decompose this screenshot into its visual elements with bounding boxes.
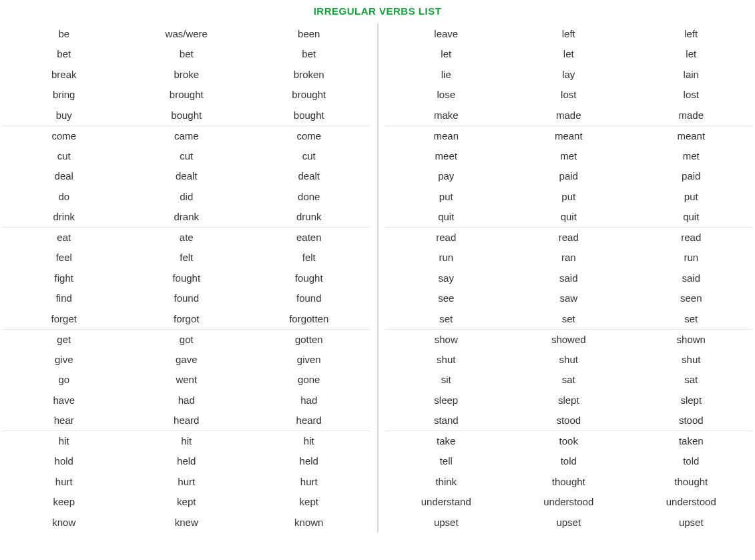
- verb-row: upsetupsetupset: [385, 512, 753, 533]
- verb-row: runranrun: [385, 248, 753, 268]
- verb-row: paypaidpaid: [385, 166, 753, 187]
- verb-past-participle: let: [630, 48, 753, 59]
- verb-row: comecamecome: [3, 125, 370, 146]
- verb-base: hurt: [3, 476, 125, 487]
- verb-base: break: [3, 69, 125, 80]
- verb-past: slept: [507, 394, 630, 406]
- verb-base: forget: [3, 313, 125, 324]
- verb-row: understandunderstoodunderstood: [385, 492, 753, 513]
- verb-base: be: [3, 28, 125, 39]
- verb-past-participle: put: [630, 191, 753, 202]
- verb-past: came: [125, 130, 248, 142]
- verb-past-participle: hurt: [248, 476, 370, 487]
- verb-past-participle: told: [630, 455, 753, 467]
- verb-past: showed: [507, 334, 630, 345]
- verb-past-participle: made: [630, 109, 753, 121]
- verb-base: understand: [385, 496, 508, 507]
- verb-base: keep: [3, 496, 125, 507]
- verb-base: let: [385, 48, 508, 59]
- verb-base: get: [3, 334, 125, 345]
- verb-past: told: [507, 455, 630, 467]
- verb-base: bet: [3, 48, 125, 59]
- verb-past-participle: kept: [248, 496, 370, 507]
- verb-row: meetmetmet: [385, 146, 753, 166]
- verb-base: make: [385, 109, 508, 121]
- verb-past: left: [507, 28, 630, 39]
- verb-row: makemademade: [385, 105, 753, 125]
- verb-past-participle: read: [630, 232, 753, 243]
- verb-row: leaveleftleft: [385, 23, 753, 44]
- verb-past-participle: dealt: [248, 170, 370, 182]
- verb-past-participle: bought: [248, 109, 370, 121]
- verb-base: cut: [3, 150, 125, 162]
- verb-base: hear: [3, 414, 125, 426]
- verb-past-participle: understood: [630, 496, 753, 507]
- verb-past-participle: slept: [630, 394, 753, 406]
- verb-base: show: [385, 334, 508, 345]
- verb-past: found: [125, 292, 248, 304]
- verb-base: hold: [3, 455, 125, 467]
- verb-past: saw: [507, 292, 630, 304]
- verb-row: hurthurthurt: [3, 471, 370, 492]
- verb-past-participle: lain: [630, 69, 753, 80]
- verb-row: givegavegiven: [3, 349, 370, 370]
- verb-past: hurt: [125, 476, 248, 487]
- verb-row: putputput: [385, 186, 753, 207]
- verb-base: drink: [3, 211, 125, 222]
- verb-past-participle: shown: [630, 334, 753, 345]
- verb-past-participle: given: [248, 354, 370, 365]
- verb-past: meant: [507, 130, 630, 142]
- verb-past: lost: [507, 89, 630, 100]
- verb-row: forgetforgotforgotten: [3, 308, 370, 329]
- verb-past: heard: [125, 414, 248, 426]
- verb-past-participle: drunk: [248, 211, 370, 222]
- verb-past-participle: upset: [630, 517, 753, 528]
- verb-row: getgotgotten: [3, 329, 370, 350]
- verb-past-participle: quit: [630, 211, 753, 222]
- verb-base: fight: [3, 272, 125, 284]
- verb-base: eat: [3, 232, 125, 243]
- verb-row: eatateeaten: [3, 227, 370, 248]
- verb-past: bought: [125, 109, 248, 121]
- verb-past: made: [507, 109, 630, 121]
- verb-past: took: [507, 435, 630, 447]
- verb-base: read: [385, 232, 508, 243]
- verb-past: held: [125, 455, 248, 467]
- verb-past-participle: thought: [630, 476, 753, 487]
- verb-row: hithithit: [3, 431, 370, 451]
- verb-past-participle: hit: [248, 435, 370, 447]
- verb-row: gowentgone: [3, 370, 370, 390]
- verb-past: set: [507, 313, 630, 324]
- verb-base: stand: [385, 414, 508, 426]
- verb-past-participle: said: [630, 272, 753, 284]
- verb-past: thought: [507, 476, 630, 487]
- verb-row: taketooktaken: [385, 431, 753, 451]
- verb-base: quit: [385, 211, 508, 222]
- columns-container: bewas/werebeenbetbetbetbreakbrokebrokenb…: [3, 23, 752, 533]
- verb-base: go: [3, 374, 125, 385]
- verb-past-participle: known: [248, 517, 370, 528]
- verb-past-participle: set: [630, 313, 753, 324]
- verb-row: telltoldtold: [385, 451, 753, 472]
- verb-past-participle: held: [248, 455, 370, 467]
- verb-past: quit: [507, 211, 630, 222]
- verb-past-participle: taken: [630, 435, 753, 447]
- verb-past: cut: [125, 150, 248, 162]
- verb-past: had: [125, 394, 248, 406]
- verb-base: come: [3, 130, 125, 142]
- verb-base: hit: [3, 435, 125, 447]
- verb-base: run: [385, 252, 508, 263]
- verb-base: do: [3, 191, 125, 202]
- verb-base: say: [385, 272, 508, 284]
- verb-past: was/were: [125, 28, 248, 39]
- verb-past: knew: [125, 517, 248, 528]
- verb-row: drinkdrankdrunk: [3, 207, 370, 228]
- verb-past-participle: felt: [248, 252, 370, 263]
- verb-row: setsetset: [385, 308, 753, 329]
- verb-past-participle: forgotten: [248, 313, 370, 324]
- verb-row: sleepsleptslept: [385, 390, 753, 410]
- verb-past: shut: [507, 354, 630, 365]
- verb-past-participle: been: [248, 28, 370, 39]
- verb-past: felt: [125, 252, 248, 263]
- verb-row: thinkthoughtthought: [385, 471, 753, 492]
